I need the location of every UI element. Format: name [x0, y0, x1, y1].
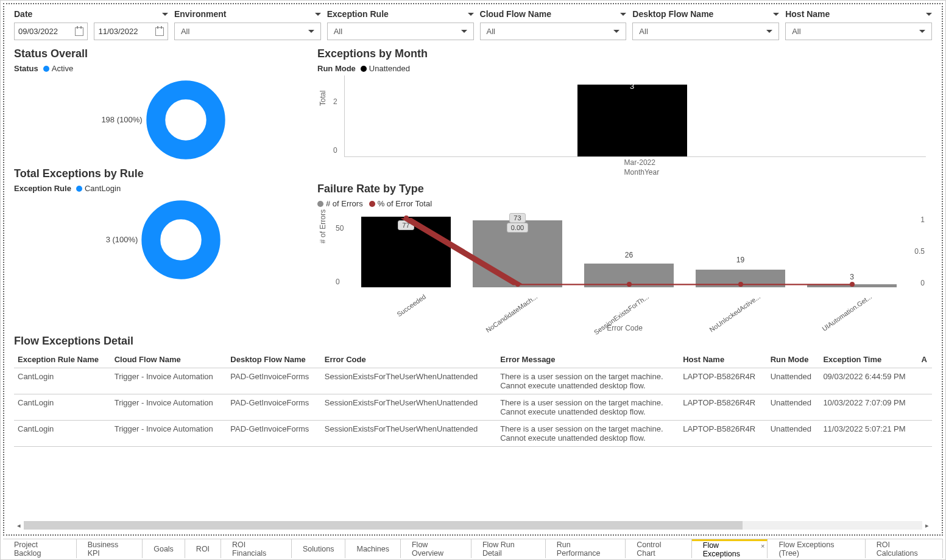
exception-rule-dropdown[interactable]: All	[327, 23, 474, 40]
tab[interactable]: Solutions	[292, 539, 345, 558]
chevron-down-icon[interactable]	[162, 13, 168, 16]
status-overall-visual[interactable]: Status Overall StatusActive 198 (100%)	[14, 47, 312, 164]
y2-tick: 1	[920, 215, 925, 224]
cell: There is a user session on the target ma…	[496, 421, 679, 447]
line-point	[738, 282, 743, 287]
col-header[interactable]: Exception Rule Name	[14, 351, 111, 368]
scroll-track[interactable]	[24, 521, 922, 530]
environment-dropdown[interactable]: All	[174, 23, 321, 40]
line-point	[627, 282, 632, 287]
calendar-icon[interactable]	[75, 27, 83, 36]
table-row[interactable]: CantLoginTrigger - Invoice AutomationPAD…	[14, 368, 932, 394]
horizontal-scrollbar[interactable]: ◂ ▸	[14, 520, 932, 531]
y2-tick: 0.5	[914, 247, 925, 256]
filter-desktop-flow: Desktop Flow Name All	[632, 8, 779, 40]
donut-chart	[146, 80, 225, 159]
x-tick: Mar-2022	[624, 158, 655, 167]
line-point	[850, 282, 855, 287]
col-header[interactable]: Exception Time	[819, 351, 917, 368]
table-row[interactable]: CantLoginTrigger - Invoice AutomationPAD…	[14, 421, 932, 447]
tab[interactable]: Business KPI	[77, 539, 143, 558]
tab[interactable]: Project Backlog	[3, 539, 77, 558]
cell: LAPTOP-B5826R4R	[679, 368, 766, 394]
filter-cloud-flow: Cloud Flow Name All	[480, 8, 627, 40]
col-header[interactable]: Cloud Flow Name	[111, 351, 227, 368]
scroll-right-icon[interactable]: ▸	[922, 522, 932, 530]
tab[interactable]: Flow Run Detail	[471, 539, 546, 558]
col-header[interactable]: A	[918, 351, 932, 368]
y2-tick: 0	[920, 279, 925, 287]
tab[interactable]: Flow Exceptions (Tree)	[768, 539, 865, 558]
cell: PAD-GetInvoiceForms	[227, 421, 320, 447]
filter-date: Date 09/03/2022 11/03/2022	[14, 8, 168, 40]
cell: Trigger - Invoice Automation	[111, 394, 227, 421]
tab[interactable]: ROI Financials	[221, 539, 292, 558]
tab[interactable]: ROI Calculations	[866, 539, 943, 558]
host-dropdown[interactable]: All	[785, 23, 932, 40]
chevron-down-icon[interactable]	[468, 13, 474, 16]
legend-dot-icon	[369, 201, 375, 207]
cell	[918, 394, 932, 421]
scroll-left-icon[interactable]: ◂	[14, 522, 24, 530]
svg-point-0	[155, 89, 215, 149]
cell: CantLogin	[14, 394, 111, 421]
detail-table-wrap[interactable]: Exception Rule Name Cloud Flow Name Desk…	[14, 351, 932, 447]
page-tabs: Project BacklogBusiness KPIGoalsROIROI F…	[3, 539, 943, 558]
chevron-down-icon	[766, 30, 772, 33]
exceptions-by-month-visual[interactable]: Exceptions by Month Run ModeUnattended T…	[317, 47, 932, 179]
date-start-input[interactable]: 09/03/2022	[14, 23, 88, 40]
tab[interactable]: Flow Overview	[401, 539, 471, 558]
cell: LAPTOP-B5826R4R	[679, 394, 766, 421]
donut-label: 198 (100%)	[101, 115, 142, 124]
calendar-icon[interactable]	[155, 27, 164, 36]
cell: Trigger - Invoice Automation	[111, 368, 227, 394]
chevron-down-icon[interactable]	[926, 13, 932, 16]
cell: PAD-GetInvoiceForms	[227, 394, 320, 421]
legend-dot-icon	[361, 66, 367, 72]
cell: CantLogin	[14, 421, 111, 447]
total-by-rule-visual[interactable]: Total Exceptions by Rule Exception RuleC…	[14, 167, 312, 284]
chevron-down-icon	[919, 30, 925, 33]
legend-dot-icon	[43, 66, 49, 72]
cell: CantLogin	[14, 368, 111, 394]
col-header[interactable]: Error Message	[496, 351, 679, 368]
cell	[918, 368, 932, 394]
tab[interactable]: Goals	[143, 539, 185, 558]
cell: SessionExistsForTheUserWhenUnattended	[321, 394, 496, 421]
desktop-flow-dropdown[interactable]: All	[632, 23, 779, 40]
chevron-down-icon[interactable]	[620, 13, 626, 16]
donut-label: 3 (100%)	[106, 235, 138, 244]
tab[interactable]: Run Performance	[546, 539, 626, 558]
close-icon[interactable]: ×	[761, 542, 764, 550]
combo-plot-area: 77 730.00 26 19 3 Succeeded	[350, 217, 908, 287]
col-header[interactable]: Desktop Flow Name	[227, 351, 320, 368]
cell: Unattended	[767, 394, 820, 421]
cell: Unattended	[767, 368, 820, 394]
chevron-down-icon[interactable]	[315, 13, 321, 16]
tab[interactable]: ROI	[185, 539, 221, 558]
cell: There is a user session on the target ma…	[496, 394, 679, 421]
cell: 09/03/2022 6:44:59 PM	[819, 368, 917, 394]
failure-rate-title: Failure Rate by Type	[317, 183, 932, 195]
legend-dot-icon	[76, 186, 82, 192]
cell	[918, 421, 932, 447]
table-row[interactable]: CantLoginTrigger - Invoice AutomationPAD…	[14, 394, 932, 421]
cell: 11/03/2022 5:07:21 PM	[819, 421, 917, 447]
col-header[interactable]: Run Mode	[767, 351, 820, 368]
tab[interactable]: Flow Exceptions×	[692, 539, 768, 558]
tab[interactable]: Machines	[345, 539, 401, 558]
chevron-down-icon[interactable]	[773, 13, 779, 16]
filter-bar: Date 09/03/2022 11/03/2022 Environment A…	[4, 4, 942, 41]
cell: SessionExistsForTheUserWhenUnattended	[321, 368, 496, 394]
date-end-input[interactable]: 11/03/2022	[94, 23, 168, 40]
cell: 10/03/2022 7:07:09 PM	[819, 394, 917, 421]
col-header[interactable]: Host Name	[679, 351, 766, 368]
cell: Trigger - Invoice Automation	[111, 421, 227, 447]
tab[interactable]: Control Chart	[626, 539, 692, 558]
y-tick: 0	[333, 146, 337, 155]
failure-rate-visual[interactable]: Failure Rate by Type # of Errors % of Er…	[317, 183, 932, 332]
cloud-flow-dropdown[interactable]: All	[480, 23, 627, 40]
cell: SessionExistsForTheUserWhenUnattended	[321, 421, 496, 447]
scroll-thumb[interactable]	[24, 521, 743, 530]
col-header[interactable]: Error Code	[321, 351, 496, 368]
